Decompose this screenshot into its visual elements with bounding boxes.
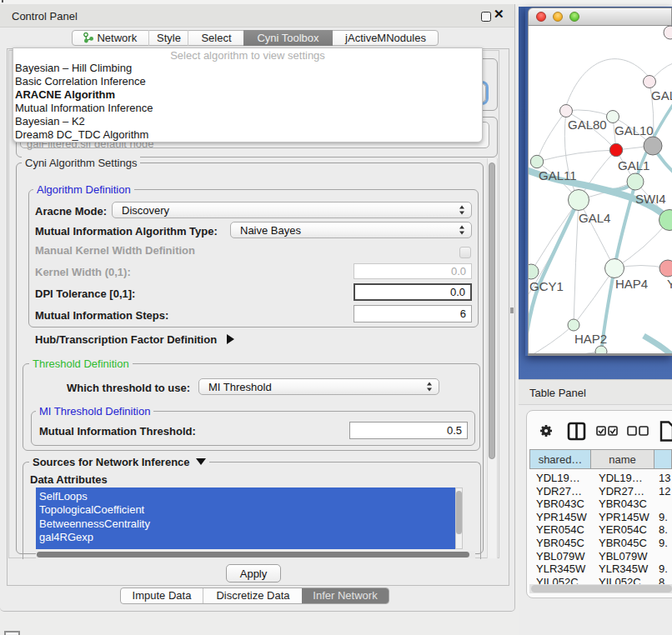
svg-text:HAP4: HAP4 [615, 277, 648, 291]
svg-text:HAP2: HAP2 [574, 332, 607, 346]
svg-text:GAL80: GAL80 [568, 118, 607, 132]
svg-text:SWI4: SWI4 [635, 192, 666, 206]
svg-text:GCY1: GCY1 [529, 279, 564, 293]
svg-text:GAL10: GAL10 [614, 123, 654, 138]
svg-text:GAL11: GAL11 [539, 168, 577, 182]
svg-text:GAL1: GAL1 [618, 158, 649, 172]
svg-text:Y: Y [667, 277, 672, 291]
svg-text:GAL4: GAL4 [579, 211, 610, 225]
svg-text:GAL2: GAL2 [651, 88, 672, 102]
